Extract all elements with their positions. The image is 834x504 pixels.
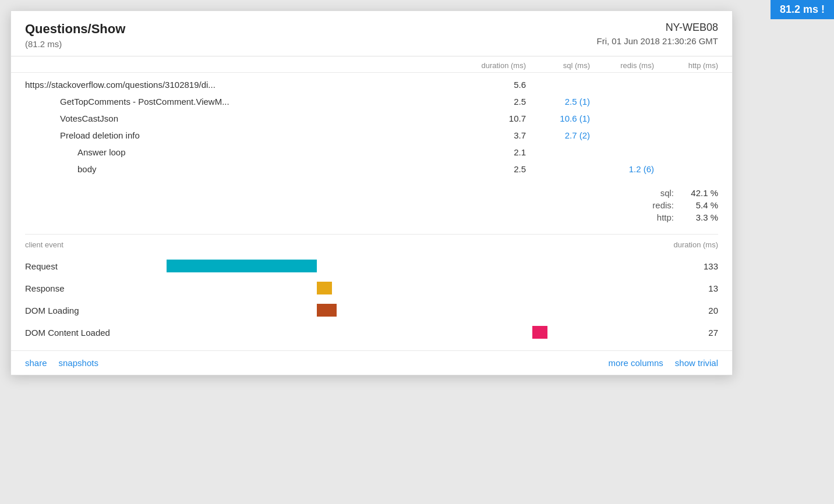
server-name: NY-WEB08	[597, 22, 718, 34]
event-duration: 13	[642, 283, 718, 293]
table-row: https://stackoverflow.com/questions/3102…	[25, 76, 718, 93]
event-name: DOM Content Loaded	[25, 328, 142, 338]
row-duration: 2.1	[450, 147, 526, 157]
header-datetime: Fri, 01 Jun 2018 21:30:26 GMT	[597, 36, 718, 46]
more-columns-link[interactable]: more columns	[609, 358, 663, 368]
percentage-row: http: 3.3 %	[639, 212, 718, 222]
event-bar-track	[142, 302, 642, 318]
pct-label: http:	[639, 212, 674, 222]
row-duration: 3.7	[450, 130, 526, 140]
row-duration: 5.6	[450, 80, 526, 90]
percentage-row: sql: 42.1 %	[639, 188, 718, 198]
client-event-row: Response 13	[25, 277, 718, 299]
event-bar	[532, 326, 547, 339]
row-name: VotesCastJson	[25, 113, 450, 123]
percentages-section: sql: 42.1 % redis: 5.4 % http: 3.3 %	[11, 181, 732, 234]
client-event-row: DOM Loading 20	[25, 299, 718, 321]
snapshots-link[interactable]: snapshots	[59, 358, 98, 368]
row-duration: 2.5	[450, 164, 526, 174]
event-bar-track	[142, 280, 642, 296]
event-bar	[167, 260, 317, 272]
client-event-row: DOM Content Loaded 27	[25, 321, 718, 343]
event-name: DOM Loading	[25, 306, 142, 315]
event-duration: 20	[642, 306, 718, 315]
event-name: Response	[25, 283, 142, 293]
row-name: Answer loop	[25, 147, 450, 157]
event-bar-track	[142, 324, 642, 340]
row-duration: 2.5	[450, 97, 526, 107]
columns-header: duration (ms) sql (ms) redis (ms) http (…	[11, 56, 732, 73]
panel-footer: share snapshots more columns show trivia…	[11, 350, 732, 375]
event-bar	[317, 282, 332, 294]
performance-panel: Questions/Show (81.2 ms) NY-WEB08 Fri, 0…	[10, 10, 733, 375]
table-row: body 2.5 1.2 (6)	[25, 161, 718, 178]
event-bar	[317, 304, 337, 317]
performance-badge: 81.2 ms !	[771, 0, 834, 19]
col-duration-header: duration (ms)	[450, 61, 526, 70]
col-name-header	[25, 61, 450, 70]
pct-value: 3.3 %	[677, 212, 718, 222]
row-redis: 1.2 (6)	[590, 164, 654, 174]
table-row: VotesCastJson 10.7 10.6 (1)	[25, 110, 718, 127]
row-name: Preload deletion info	[25, 130, 450, 140]
client-events-rows: Request 133 Response 13 DOM Loading 20 D…	[11, 253, 732, 350]
col-sql-header: sql (ms)	[526, 61, 590, 70]
row-sql: 2.7 (2)	[526, 130, 590, 140]
client-duration-label: duration (ms)	[642, 240, 718, 249]
event-bar-track	[142, 258, 642, 274]
col-redis-header: redis (ms)	[590, 61, 654, 70]
client-event-label: client event	[25, 240, 142, 249]
row-name: body	[25, 164, 450, 174]
row-name: https://stackoverflow.com/questions/3102…	[25, 80, 450, 90]
data-rows: https://stackoverflow.com/questions/3102…	[11, 73, 732, 181]
show-trivial-link[interactable]: show trivial	[675, 358, 718, 368]
panel-subtitle: (81.2 ms)	[25, 39, 125, 49]
percentage-row: redis: 5.4 %	[639, 200, 718, 210]
pct-value: 42.1 %	[677, 188, 718, 198]
pct-value: 5.4 %	[677, 200, 718, 210]
row-sql: 10.6 (1)	[526, 113, 590, 123]
row-name: GetTopComments - PostComment.ViewM...	[25, 97, 450, 107]
pct-label: redis:	[639, 200, 674, 210]
row-sql: 2.5 (1)	[526, 97, 590, 107]
client-events-header: client event duration (ms)	[11, 235, 732, 253]
event-duration: 133	[642, 261, 718, 271]
row-duration: 10.7	[450, 113, 526, 123]
panel-title: Questions/Show	[25, 22, 125, 37]
client-event-row: Request 133	[25, 255, 718, 277]
panel-header: Questions/Show (81.2 ms) NY-WEB08 Fri, 0…	[11, 11, 732, 56]
share-link[interactable]: share	[25, 358, 47, 368]
table-row: Preload deletion info 3.7 2.7 (2)	[25, 127, 718, 144]
table-row: Answer loop 2.1	[25, 144, 718, 161]
col-http-header: http (ms)	[654, 61, 718, 70]
table-row: GetTopComments - PostComment.ViewM... 2.…	[25, 93, 718, 110]
event-duration: 27	[642, 328, 718, 338]
pct-label: sql:	[639, 188, 674, 198]
event-name: Request	[25, 261, 142, 271]
